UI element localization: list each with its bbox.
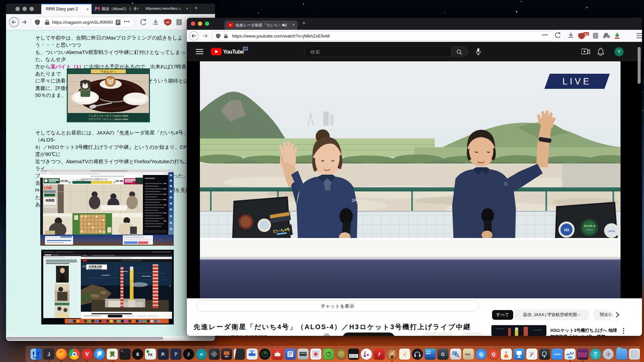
svg-text:JAXA: JAXA (608, 230, 615, 233)
svg-text:H3F3: H3F3 (586, 228, 593, 231)
svg-text:47: 47 (68, 181, 71, 184)
svg-text:第95期棋聖戦五番勝負第３局: 第95期棋聖戦五番勝負第３局 (81, 178, 107, 181)
svg-text:uO: uO (166, 21, 169, 24)
svg-text:213: 213 (584, 33, 588, 35)
svg-text:H3: H3 (83, 265, 86, 267)
svg-text:ALOS-4: ALOS-4 (584, 224, 595, 228)
svg-text:供聖戦: 供聖戦 (45, 199, 55, 202)
svg-text:LIVE: LIVE (44, 186, 52, 190)
svg-text:LIVE: LIVE (562, 76, 592, 86)
svg-text:H3: H3 (564, 228, 569, 232)
svg-text:自然温点検: 自然温点検 (89, 265, 102, 268)
svg-text:23:50: 23:50 (60, 179, 68, 183)
svg-text:YouTube: YouTube (223, 49, 244, 55)
svg-text:23:46: 23:46 (115, 179, 123, 183)
